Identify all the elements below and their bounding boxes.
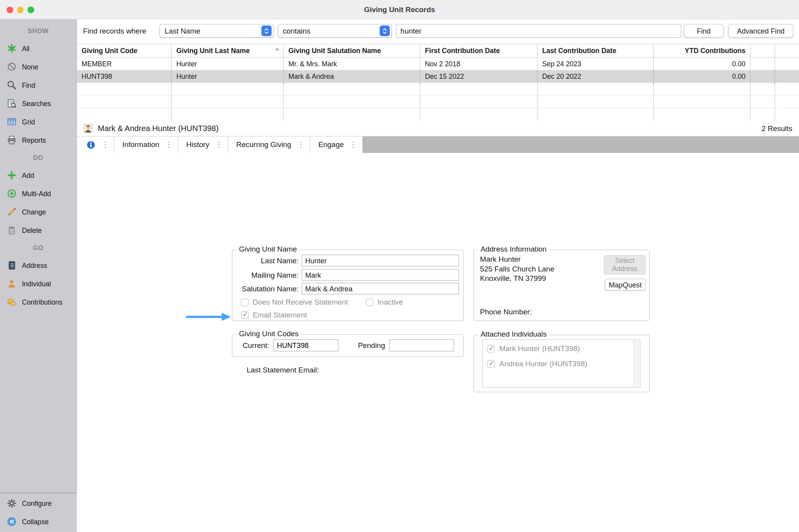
individual-checkbox[interactable] [487,345,495,353]
tab-label: Information [122,140,159,149]
sidebar-item-configure[interactable]: Configure [0,494,77,512]
minimize-button[interactable] [17,7,23,13]
close-button[interactable] [7,7,13,13]
email-statement-checkbox[interactable] [241,311,249,319]
sidebar-item-reports[interactable]: Reports [0,131,76,149]
sidebar-item-grid[interactable]: Grid [0,113,76,131]
advanced-find-button[interactable]: Advanced Find [728,24,793,37]
sidebar-item-label: Add [22,172,34,179]
mailing-name-field[interactable] [302,269,459,281]
sidebar-item-label: Reports [22,136,46,144]
attached-individuals-group: Attached Individuals Mark Hunter (HUNT39… [473,335,650,392]
checkbox-label: Email Statement [253,311,307,319]
collapse-chevrons-icon [7,516,17,527]
information-form: Giving Unit Name Last Name: Mailing Name… [77,153,799,532]
sidebar-item-address[interactable]: Address [0,256,76,275]
pending-code-label: Pending [358,341,385,349]
record-title: Mark & Andrea Hunter (HUNT398) [98,124,218,133]
find-bar: Find records where Last Name contains Fi… [77,20,799,44]
tab-recurring-giving[interactable]: Recurring Giving [228,137,310,153]
sidebar-item-add[interactable]: Add [0,166,76,184]
column-header-last-contribution-date[interactable]: Last Contribution Date [538,44,654,57]
inactive-checkbox[interactable] [366,298,374,306]
sidebar-section-show: SHOW [0,22,76,39]
find-button[interactable]: Find [684,24,724,37]
column-header-giving-unit-last-name[interactable]: Giving Unit Last Name [172,44,284,57]
column-header-ytd-contributions[interactable]: YTD Contributions [654,44,751,57]
sidebar-item-searches[interactable]: Searches [0,94,76,113]
cell-blank [751,70,775,82]
sidebar-item-label: All [22,44,30,52]
sidebar-item-individual[interactable]: Individual [0,275,76,293]
sidebar-item-collapse[interactable]: Collapse [0,512,77,531]
cell-last-name: Hunter [172,58,284,70]
cell-filler [775,108,799,121]
cell-ytd: 0.00 [654,70,751,82]
operator-dropdown-value: contains [283,27,311,35]
pending-code-field[interactable] [389,339,454,351]
tab-information[interactable]: Information [114,137,178,153]
drag-handle-icon[interactable] [297,140,305,149]
does-not-receive-statement-checkbox[interactable] [241,298,249,306]
drag-handle-icon[interactable] [215,140,223,149]
column-header-giving-unit-salutation-name[interactable]: Giving Unit Salutation Name [284,44,421,57]
operator-dropdown[interactable]: contains [278,24,392,37]
sidebar-item-change[interactable]: Change [0,203,76,221]
last-statement-email-label: Last Statement Email: [247,366,319,374]
sidebar-item-multi-add[interactable]: Multi-Add [0,184,76,203]
drag-handle-icon[interactable] [165,140,173,149]
column-header-giving-unit-code[interactable]: Giving Unit Code [77,44,172,57]
salutation-name-field[interactable] [302,283,459,294]
column-header-first-contribution-date[interactable]: First Contribution Date [421,44,538,57]
tab-info[interactable] [80,137,114,153]
sidebar-item-label: Grid [22,118,35,126]
drag-handle-icon[interactable] [350,140,357,149]
individual-label: Andrea Hunter (HUNT398) [499,360,587,368]
tab-engage[interactable]: Engage [310,137,363,153]
individual-checkbox[interactable] [487,360,495,368]
sidebar-item-all[interactable]: All [0,39,76,58]
cell-code: MEMBER [77,58,172,70]
table-row-selected[interactable]: HUNT398 Hunter Mark & Andrea Dec 15 2022… [77,70,799,83]
scrollbar[interactable] [634,340,640,387]
list-item[interactable]: Mark Hunter (HUNT398) [487,344,580,353]
circle-plus-icon [7,188,17,199]
cell-blank [654,96,751,108]
tab-history[interactable]: History [178,137,228,153]
sidebar-item-contributions[interactable]: Contributions [0,293,76,311]
mapquest-button[interactable]: MapQuest [605,278,645,290]
drag-handle-icon[interactable] [101,140,109,149]
list-item[interactable]: Andrea Hunter (HUNT398) [487,360,588,368]
table-row-empty[interactable] [77,83,799,96]
cell-blank [172,96,284,108]
giving-unit-name-group: Giving Unit Name Last Name: Mailing Name… [232,250,463,321]
sidebar-item-none[interactable]: None [0,58,76,76]
cell-filler [775,70,799,82]
group-legend: Giving Unit Codes [236,330,301,338]
last-name-field[interactable] [302,255,459,266]
current-code-field[interactable] [273,339,339,351]
giving-unit-codes-group: Giving Unit Codes Current: Pending [232,334,463,356]
sidebar-item-label: Individual [22,280,51,288]
zoom-button[interactable] [28,7,34,13]
results-count: 2 Results [762,124,792,133]
sidebar-item-label: Change [22,208,46,216]
asterisk-icon [7,43,17,53]
field-dropdown[interactable]: Last Name [160,24,274,37]
group-legend: Address Information [478,245,549,253]
cell-last-date: Sep 24 2023 [538,58,654,70]
column-header-blank [751,44,775,57]
select-address-button[interactable]: Select Address [604,255,646,275]
window-title: Giving Unit Records [364,5,435,14]
table-row[interactable]: MEMBER Hunter Mr. & Mrs. Mark Nov 2 2018… [77,58,799,71]
table-row-empty[interactable] [77,108,799,121]
search-input[interactable] [396,24,681,37]
sidebar-item-label: Find [22,81,35,89]
sidebar-item-label: None [22,63,38,71]
sidebar-item-delete[interactable]: Delete [0,221,76,239]
attached-individuals-list: Mark Hunter (HUNT398) Andrea Hunter (HUN… [482,339,641,388]
sidebar-item-find[interactable]: Find [0,76,76,94]
cell-last-date: Dec 20 2022 [538,70,654,82]
table-row-empty[interactable] [77,96,799,109]
magnifier-icon [7,80,17,90]
